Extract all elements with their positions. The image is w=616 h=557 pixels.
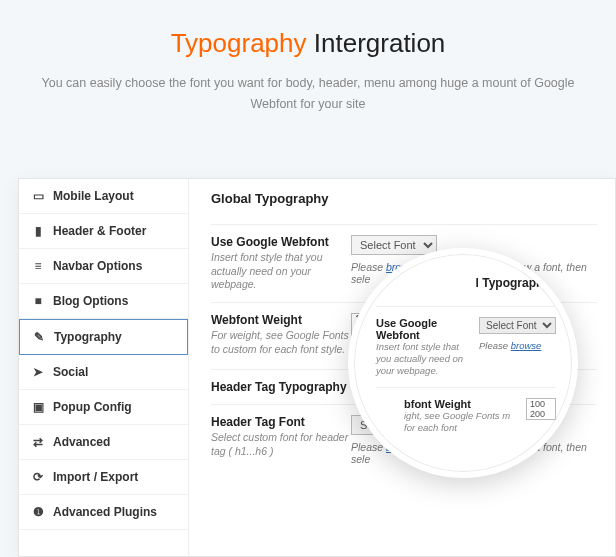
- weight-option[interactable]: 200: [527, 409, 555, 419]
- sidebar-item-label: Social: [53, 365, 88, 379]
- sidebar-item-advanced-plugins[interactable]: ❶Advanced Plugins: [19, 495, 188, 530]
- field-label: Header Tag Font Select custom font for h…: [211, 415, 351, 465]
- sidebar-item-label: Typography: [54, 330, 122, 344]
- blog-options-icon: ■: [31, 294, 45, 308]
- weight-option[interactable]: 100: [527, 399, 555, 409]
- sidebar-item-social[interactable]: ➤Social: [19, 355, 188, 390]
- sidebar-item-navbar-options[interactable]: ≡Navbar Options: [19, 249, 188, 284]
- advanced-plugins-icon: ❶: [31, 505, 45, 519]
- sidebar: ▭Mobile Layout▮Header & Footer≡Navbar Op…: [19, 179, 189, 556]
- sidebar-item-label: Header & Footer: [53, 224, 146, 238]
- lens-select-font-dropdown[interactable]: Select Font: [479, 317, 556, 334]
- field-label: Use Google Webfont Insert font style tha…: [376, 317, 471, 377]
- field-label: bfont Weight ight, see Google Fonts m fo…: [376, 398, 518, 434]
- advanced-icon: ⇄: [31, 435, 45, 449]
- lens-browse-link[interactable]: browse: [511, 340, 542, 351]
- sidebar-item-blog-options[interactable]: ■Blog Options: [19, 284, 188, 319]
- sidebar-item-label: Import / Export: [53, 470, 138, 484]
- field-control: Select Font Please browse: [479, 317, 556, 351]
- lens-weight-listbox[interactable]: 100200: [526, 398, 556, 420]
- sidebar-item-label: Advanced Plugins: [53, 505, 157, 519]
- sidebar-item-mobile-layout[interactable]: ▭Mobile Layout: [19, 179, 188, 214]
- section-heading: Global Typography: [211, 191, 597, 206]
- sidebar-item-label: Mobile Layout: [53, 189, 134, 203]
- sidebar-item-header-footer[interactable]: ▮Header & Footer: [19, 214, 188, 249]
- field-label: Header Tag Typography: [211, 380, 351, 394]
- navbar-options-icon: ≡: [31, 259, 45, 273]
- select-font-dropdown[interactable]: Select Font: [351, 235, 437, 255]
- sidebar-item-popup-config[interactable]: ▣Popup Config: [19, 390, 188, 425]
- import-export-icon: ⟳: [31, 470, 45, 484]
- title-accent: Typography: [171, 28, 307, 58]
- header-footer-icon: ▮: [31, 224, 45, 238]
- field-label: Use Google Webfont Insert font style tha…: [211, 235, 351, 292]
- sidebar-item-typography[interactable]: ✎Typography: [19, 319, 188, 355]
- sidebar-item-label: Blog Options: [53, 294, 128, 308]
- hero: Typography Intergration You can easily c…: [0, 0, 616, 126]
- lens-section-heading: l Typography: [376, 276, 556, 290]
- sidebar-item-label: Advanced: [53, 435, 110, 449]
- page-title: Typography Intergration: [40, 28, 576, 59]
- title-rest: Intergration: [314, 28, 446, 58]
- sidebar-item-import-export[interactable]: ⟳Import / Export: [19, 460, 188, 495]
- social-icon: ➤: [31, 365, 45, 379]
- sidebar-item-advanced[interactable]: ⇄Advanced: [19, 425, 188, 460]
- sidebar-item-label: Navbar Options: [53, 259, 142, 273]
- popup-config-icon: ▣: [31, 400, 45, 414]
- field-label: Webfont Weight For weight, see Google Fo…: [211, 313, 351, 359]
- zoom-lens: l Typography Use Google Webfont Insert f…: [348, 248, 578, 478]
- page-subtitle: You can easily choose the font you want …: [40, 73, 576, 116]
- sidebar-item-label: Popup Config: [53, 400, 132, 414]
- mobile-layout-icon: ▭: [31, 189, 45, 203]
- typography-icon: ✎: [32, 330, 46, 344]
- field-control: 100200: [526, 398, 556, 420]
